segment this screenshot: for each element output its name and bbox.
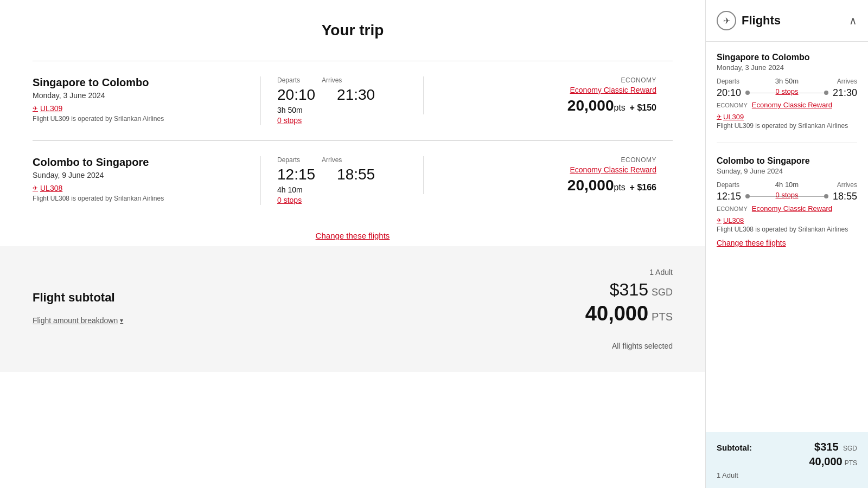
outbound-flight-number-link[interactable]: UL309: [33, 104, 62, 113]
times-values-return: 12:15 18:55: [277, 166, 407, 183]
return-date: Sunday, 9 June 2024: [33, 171, 260, 179]
return-duration: 4h 10m: [277, 185, 407, 194]
times-values-outbound: 20:10 21:30: [277, 86, 407, 104]
sidebar-return-route: Colombo to Singapore: [717, 156, 857, 166]
sidebar-return-date: Sunday, 9 June 2024: [717, 167, 857, 175]
sidebar-subtotal-adult: 1 Adult: [717, 471, 857, 479]
subtotal-section: Flight subtotal Flight amount breakdown …: [0, 246, 705, 372]
sidebar-outbound-route: Singapore to Colombo: [717, 53, 857, 62]
sidebar-header: ✈ Flights ∧: [706, 0, 868, 42]
sidebar-flight-return: Colombo to Singapore Sunday, 9 June 2024…: [717, 156, 857, 260]
flight-line-return: 0 stops: [745, 196, 828, 197]
change-flights-container: Change these flights: [33, 220, 673, 246]
sidebar: ✈ Flights ∧ Singapore to Colombo Monday,…: [705, 0, 868, 488]
flight-section-return: Colombo to Singapore Sunday, 9 June 2024…: [33, 140, 673, 220]
departs-label-return: Departs: [277, 156, 300, 164]
return-price-pts: 20,000pts + $166: [440, 177, 656, 194]
outbound-class-label: ECONOMY: [440, 76, 656, 84]
outbound-price-cash: + $150: [630, 103, 656, 112]
sidebar-outbound-stops[interactable]: 0 stops: [776, 87, 799, 95]
sidebar-subtotal-pts: 40,000: [809, 455, 842, 468]
outbound-duration: 3h 50m: [277, 106, 407, 114]
outbound-operated-by: Flight UL309 is operated by Srilankan Ai…: [33, 115, 260, 123]
departs-label-outbound: Departs: [277, 76, 300, 84]
times-header-return: Departs Arrives: [277, 156, 407, 164]
sidebar-body: Singapore to Colombo Monday, 3 June 2024…: [706, 42, 868, 432]
sidebar-return-reward-link[interactable]: Economy Classic Reward: [752, 204, 832, 213]
sidebar-flight-outbound: Singapore to Colombo Monday, 3 June 2024…: [717, 53, 857, 143]
sidebar-return-times-row: 12:15 0 stops 18:55: [717, 191, 857, 202]
sidebar-return-economy-row: ECONOMY Economy Classic Reward: [717, 204, 857, 213]
departs-time-outbound: 20:10: [277, 86, 315, 104]
flight-pricing-outbound: ECONOMY Economy Classic Reward 20,000pts…: [423, 76, 673, 114]
sidebar-subtotal-price: $315: [814, 441, 839, 453]
sidebar-subtotal-pts-line: 40,000 PTS: [717, 455, 857, 468]
sidebar-return-flight-num[interactable]: UL308: [717, 216, 744, 224]
sidebar-return-times-header: Departs 4h 10m Arrives: [717, 181, 857, 189]
collapse-icon[interactable]: ∧: [849, 14, 857, 27]
sidebar-outbound-date: Monday, 3 June 2024: [717, 63, 857, 72]
arrives-label-return: Arrives: [322, 156, 342, 164]
outbound-price-pts: 20,000pts + $150: [440, 97, 656, 114]
all-flights-selected: All flights selected: [33, 325, 673, 350]
sidebar-header-left: ✈ Flights: [717, 11, 781, 30]
arrives-label-outbound: Arrives: [322, 76, 342, 84]
return-price-cash: + $166: [630, 183, 656, 192]
sidebar-return-operated: Flight UL308 is operated by Srilankan Ai…: [717, 226, 857, 233]
subtotal-left: Flight subtotal Flight amount breakdown …: [33, 291, 123, 325]
flight-pricing-return: ECONOMY Economy Classic Reward 20,000pts…: [423, 156, 673, 194]
return-route: Colombo to Singapore: [33, 156, 260, 169]
subtotal-price-pts: 40,000PTS: [585, 302, 673, 325]
plane-icon: ✈: [717, 11, 736, 30]
subtotal-title: Flight subtotal: [33, 291, 123, 305]
flight-info-return: Colombo to Singapore Sunday, 9 June 2024…: [33, 156, 260, 202]
sidebar-outbound-economy-row: ECONOMY Economy Classic Reward: [717, 101, 857, 109]
return-class-label: ECONOMY: [440, 156, 656, 164]
arrives-time-return: 18:55: [337, 166, 375, 183]
arrives-time-outbound: 21:30: [337, 86, 375, 104]
sidebar-change-flights-link[interactable]: Change these flights: [717, 239, 857, 247]
change-flights-link[interactable]: Change these flights: [316, 231, 390, 240]
departs-time-return: 12:15: [277, 166, 315, 183]
flight-info-outbound: Singapore to Colombo Monday, 3 June 2024…: [33, 76, 260, 123]
subtotal-price-sgd: $315SGD: [585, 280, 673, 300]
sidebar-subtotal: Subtotal: $315 SGD 40,000 PTS 1 Adult: [706, 432, 868, 488]
return-reward-link[interactable]: Economy Classic Reward: [570, 165, 657, 174]
flight-times-outbound: Departs Arrives 20:10 21:30 3h 50m 0 sto…: [260, 76, 423, 125]
sidebar-outbound-times-header: Departs 3h 50m Arrives: [717, 77, 857, 85]
chevron-down-icon: ▾: [120, 317, 123, 324]
flight-line-outbound: 0 stops: [745, 93, 828, 93]
flight-section-outbound: Singapore to Colombo Monday, 3 June 2024…: [33, 61, 673, 140]
sidebar-flights-title: Flights: [742, 14, 781, 28]
adult-label: 1 Adult: [585, 268, 673, 277]
sidebar-subtotal-label: Subtotal:: [717, 443, 752, 452]
breakdown-link[interactable]: Flight amount breakdown ▾: [33, 316, 123, 325]
flight-times-return: Departs Arrives 12:15 18:55 4h 10m 0 sto…: [260, 156, 423, 205]
main-content: Your trip Singapore to Colombo Monday, 3…: [0, 0, 705, 488]
sidebar-outbound-reward-link[interactable]: Economy Classic Reward: [752, 101, 832, 109]
times-header-outbound: Departs Arrives: [277, 76, 407, 84]
return-stops-link[interactable]: 0 stops: [277, 196, 302, 204]
sidebar-subtotal-currency: SGD: [843, 445, 857, 452]
sidebar-outbound-times-row: 20:10 0 stops 21:30: [717, 87, 857, 99]
return-operated-by: Flight UL308 is operated by Srilankan Ai…: [33, 195, 260, 202]
outbound-route: Singapore to Colombo: [33, 76, 260, 89]
page-title: Your trip: [33, 22, 673, 39]
return-flight-number-link[interactable]: UL308: [33, 184, 62, 192]
sidebar-subtotal-price-group: $315 SGD: [814, 441, 857, 453]
sidebar-subtotal-line: Subtotal: $315 SGD: [717, 441, 857, 453]
subtotal-main-row: Flight subtotal Flight amount breakdown …: [33, 268, 673, 325]
flight-row-return: Colombo to Singapore Sunday, 9 June 2024…: [33, 156, 673, 205]
outbound-reward-link[interactable]: Economy Classic Reward: [570, 86, 657, 94]
sidebar-outbound-operated: Flight UL309 is operated by Srilankan Ai…: [717, 122, 857, 130]
subtotal-amounts: 1 Adult $315SGD 40,000PTS: [585, 268, 673, 325]
flight-row-outbound: Singapore to Colombo Monday, 3 June 2024…: [33, 76, 673, 125]
outbound-stops-link[interactable]: 0 stops: [277, 116, 302, 125]
sidebar-outbound-flight-num[interactable]: UL309: [717, 113, 744, 121]
sidebar-subtotal-pts-label: PTS: [845, 459, 857, 467]
outbound-date: Monday, 3 June 2024: [33, 91, 260, 100]
sidebar-return-stops[interactable]: 0 stops: [776, 191, 799, 199]
